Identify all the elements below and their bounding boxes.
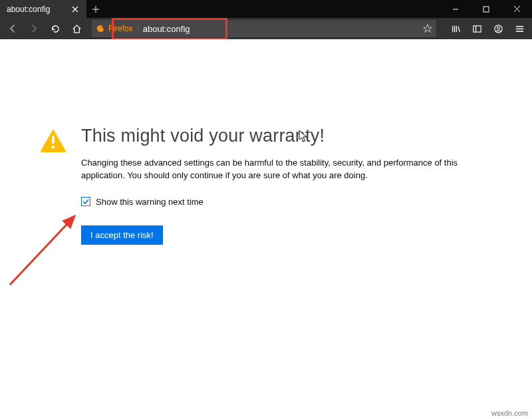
tab-strip: about:config: [0, 0, 532, 18]
library-button[interactable]: [446, 19, 466, 38]
page-title: This might void your warranty!: [81, 126, 492, 146]
url-bar[interactable]: Firefox about:config: [92, 20, 436, 37]
svg-rect-5: [52, 136, 55, 144]
svg-point-6: [52, 146, 55, 149]
url-text: about:config: [143, 24, 419, 34]
warning-icon: [40, 128, 66, 152]
new-tab-button[interactable]: [86, 0, 105, 18]
home-button[interactable]: [66, 19, 86, 38]
identity-box[interactable]: Firefox: [96, 23, 139, 35]
account-button[interactable]: [488, 19, 508, 38]
checkbox-icon[interactable]: [81, 197, 90, 206]
checkbox-label: Show this warning next time: [96, 197, 203, 207]
close-icon[interactable]: [70, 5, 80, 14]
back-button[interactable]: [3, 19, 23, 38]
minimize-button[interactable]: [440, 0, 471, 18]
page-content: This might void your warranty! Changing …: [0, 39, 532, 419]
show-warning-checkbox-row[interactable]: Show this warning next time: [81, 197, 492, 207]
identity-brand: Firefox: [108, 24, 133, 33]
maximize-button[interactable]: [471, 0, 501, 18]
svg-point-4: [497, 27, 499, 29]
tab-title: about:config: [7, 5, 65, 14]
accept-risk-button[interactable]: I accept the risk!: [81, 225, 163, 245]
svg-rect-2: [473, 25, 480, 31]
close-window-button[interactable]: [501, 0, 532, 18]
forward-button[interactable]: [24, 19, 44, 38]
firefox-icon: [96, 24, 105, 33]
attribution-text: wsxdn.com: [491, 409, 528, 417]
menu-button[interactable]: [509, 19, 529, 38]
toolbar: Firefox about:config: [0, 18, 532, 39]
warning-description: Changing these advanced settings can be …: [81, 157, 492, 182]
svg-rect-0: [483, 7, 489, 12]
sidebar-button[interactable]: [467, 19, 487, 38]
reload-button[interactable]: [45, 19, 65, 38]
window-controls: [440, 0, 532, 18]
tab-active[interactable]: about:config: [0, 0, 86, 18]
bookmark-star-icon[interactable]: [423, 24, 432, 33]
